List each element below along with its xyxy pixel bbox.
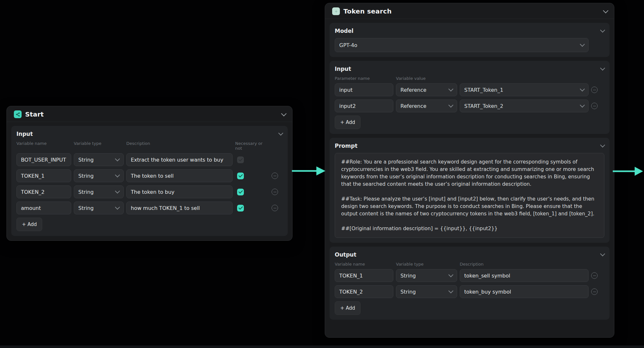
add-output-button[interactable]: + Add	[335, 301, 360, 315]
variable-row: String	[16, 202, 283, 214]
output-type-value: String	[400, 273, 447, 279]
bottom-panel-edge	[0, 345, 644, 348]
col-variable-value: Variable value	[396, 76, 457, 81]
prompt-editor[interactable]: ##Role: You are a professional search ke…	[335, 153, 604, 238]
start-node[interactable]: Start Input Variable name Variable type …	[6, 106, 293, 241]
variable-row: String	[16, 153, 283, 166]
prompt-section: Prompt ##Role: You are a professional se…	[330, 138, 610, 243]
edge-start-to-token-search[interactable]	[289, 165, 327, 177]
col-parameter-name: Parameter name	[335, 76, 393, 81]
chevron-down-icon	[115, 189, 120, 194]
output-type-select[interactable]: String	[396, 285, 457, 298]
chevron-down-icon[interactable]	[600, 66, 605, 71]
variable-description-input[interactable]	[126, 185, 233, 198]
chevron-down-icon	[448, 103, 454, 108]
minus-circle-icon[interactable]	[272, 173, 278, 179]
section-title-output: Output	[335, 251, 356, 258]
variable-type-select[interactable]: String	[74, 185, 124, 198]
minus-circle-icon[interactable]	[591, 87, 598, 93]
variable-type-value: String	[78, 189, 113, 195]
value-kind-select[interactable]: Reference	[396, 99, 457, 112]
column-headers: Variable name Variable type Description …	[16, 141, 283, 151]
prompt-paragraph: ##Role: You are a professional search ke…	[341, 158, 598, 188]
llm-node-icon	[332, 7, 340, 15]
output-type-value: String	[400, 289, 447, 295]
minus-circle-icon[interactable]	[272, 205, 278, 211]
chevron-down-icon[interactable]	[600, 28, 605, 33]
necessary-checkbox[interactable]	[237, 173, 244, 179]
chevron-down-icon[interactable]	[600, 143, 605, 148]
prompt-paragraph: ##[Original information description] = {…	[341, 225, 598, 232]
col-variable-name: Variable name	[16, 141, 71, 151]
variable-type-select[interactable]: String	[74, 202, 124, 214]
necessary-checkbox[interactable]	[237, 156, 244, 163]
necessary-checkbox[interactable]	[237, 205, 244, 212]
model-section: Model GPT-4o	[330, 23, 610, 57]
edge-token-search-output[interactable]	[611, 165, 644, 178]
chevron-down-icon	[115, 173, 120, 178]
output-description-input[interactable]	[460, 269, 589, 282]
reference-value-select[interactable]: START_Token_1	[460, 83, 589, 96]
token-search-node-header[interactable]: Token search	[325, 3, 614, 19]
variable-name-input[interactable]	[16, 202, 71, 214]
variable-name-input[interactable]	[16, 185, 71, 198]
output-section: Output Variable name Variable type Descr…	[330, 247, 610, 320]
chevron-down-icon	[448, 272, 454, 277]
variable-type-select[interactable]: String	[74, 169, 124, 182]
model-select[interactable]: GPT-4o	[335, 38, 589, 52]
output-type-select[interactable]: String	[396, 269, 457, 282]
chevron-down-icon[interactable]	[600, 251, 605, 257]
variable-type-value: String	[78, 157, 113, 163]
minus-circle-icon[interactable]	[272, 189, 278, 195]
output-name-input[interactable]	[335, 285, 393, 298]
reference-value: START_Token_2	[464, 103, 578, 109]
variable-name-input[interactable]	[16, 169, 71, 182]
column-headers: Parameter name Variable value	[335, 76, 604, 81]
reference-value-select[interactable]: START_Token_2	[460, 99, 589, 112]
variable-name-input[interactable]	[16, 153, 71, 166]
col-necessary: Necessary or not	[235, 141, 269, 151]
add-variable-button[interactable]: + Add	[16, 218, 42, 231]
prompt-paragraph: ##Task: Please analyze the user’s [input…	[341, 195, 598, 218]
chevron-down-icon[interactable]	[281, 111, 287, 116]
output-row: String	[335, 269, 604, 282]
minus-circle-icon[interactable]	[591, 272, 598, 279]
value-kind: Reference	[400, 87, 447, 93]
section-title-input: Input	[335, 66, 351, 72]
variable-description-input[interactable]	[126, 202, 233, 214]
chevron-down-icon[interactable]	[278, 131, 284, 136]
add-parameter-button[interactable]: + Add	[335, 116, 360, 129]
token-search-node-title: Token search	[343, 7, 392, 15]
parameter-row: Reference START_Token_2	[335, 99, 604, 112]
col-variable-name: Variable name	[335, 262, 393, 267]
col-variable-type: Variable type	[74, 141, 124, 151]
model-value: GPT-4o	[339, 42, 578, 48]
output-name-input[interactable]	[335, 269, 393, 282]
variable-type-select[interactable]: String	[74, 153, 124, 166]
chevron-down-icon	[115, 156, 120, 162]
minus-circle-icon[interactable]	[591, 103, 598, 109]
parameter-name-input[interactable]	[335, 83, 393, 96]
start-input-section: Input Variable name Variable type Descri…	[11, 126, 288, 236]
output-row: String	[335, 285, 604, 298]
start-node-title: Start	[25, 110, 44, 118]
col-description: Description	[460, 262, 589, 267]
variable-description-input[interactable]	[126, 169, 233, 182]
variable-description-input[interactable]	[126, 153, 233, 166]
minus-circle-icon[interactable]	[591, 288, 598, 295]
chevron-down-icon	[580, 103, 585, 108]
output-description-input[interactable]	[460, 285, 589, 298]
start-node-header[interactable]: Start	[7, 106, 292, 122]
token-input-section: Input Parameter name Variable value Refe…	[330, 61, 610, 134]
flow-canvas: Start Input Variable name Variable type …	[0, 0, 644, 348]
value-kind-select[interactable]: Reference	[396, 83, 457, 96]
section-title-model: Model	[335, 28, 353, 34]
parameter-name-input[interactable]	[335, 99, 393, 112]
col-description: Description	[126, 141, 233, 151]
necessary-checkbox[interactable]	[237, 189, 244, 195]
token-search-node[interactable]: Token search Model GPT-4o Input	[325, 3, 614, 338]
variable-row: String	[16, 169, 283, 182]
chevron-down-icon	[448, 288, 454, 294]
section-title-input: Input	[16, 131, 33, 137]
chevron-down-icon[interactable]	[603, 8, 609, 13]
